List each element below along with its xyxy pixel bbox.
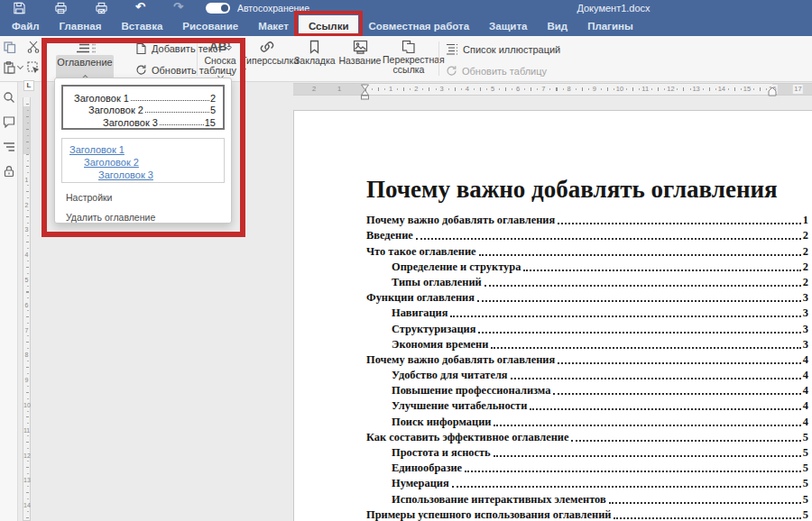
toc-style-option-1[interactable]: Заголовок 12Заголовок 25Заголовок 315 bbox=[61, 85, 225, 130]
toc-entry-text: Типы оглавлений bbox=[392, 276, 482, 289]
document-toc[interactable]: Почему важно добавлять оглавления1Введен… bbox=[366, 212, 808, 521]
toc-entry[interactable]: Функции оглавления3 bbox=[366, 289, 808, 305]
bookmark-button[interactable]: Закладка bbox=[294, 38, 334, 66]
vruler-number: 7 bbox=[23, 326, 30, 333]
toc-entry[interactable]: Типы оглавлений2 bbox=[366, 274, 808, 289]
toc-entry[interactable]: Поиск информации4 bbox=[366, 413, 808, 428]
vertical-ruler: 1234567891011121314 bbox=[23, 97, 31, 521]
toc-style-option-2[interactable]: Заголовок 1Заголовок 2Заголовок 3 bbox=[61, 138, 225, 183]
toc-entry[interactable]: Использование интерактивных элементов5 bbox=[366, 490, 808, 506]
document-heading[interactable]: Почему важно добавлять оглавления bbox=[366, 176, 778, 204]
toc-leader-dots bbox=[523, 270, 800, 271]
cross-reference-label: Перекрестная ссылка bbox=[383, 55, 435, 74]
caption-button[interactable]: Название bbox=[337, 38, 383, 66]
hruler-number: 15 bbox=[743, 85, 752, 94]
print-icon[interactable] bbox=[54, 2, 68, 14]
toc-preview-link[interactable]: Заголовок 1 bbox=[69, 143, 217, 156]
toc-entry-text: Структуризация bbox=[392, 323, 475, 336]
toc-preview-leader bbox=[160, 124, 204, 125]
toc-icon bbox=[56, 38, 114, 55]
hruler-left-margin bbox=[293, 84, 365, 95]
tab-Файл[interactable]: Файл bbox=[2, 15, 50, 36]
protect-icon[interactable] bbox=[3, 165, 15, 178]
redo-icon[interactable]: ↷ bbox=[173, 0, 183, 14]
paste-icon[interactable] bbox=[4, 61, 15, 74]
select-icon[interactable] bbox=[27, 61, 40, 74]
hruler-number: 3 bbox=[439, 85, 445, 94]
copy-icon[interactable] bbox=[4, 41, 16, 53]
vruler-number: 3 bbox=[23, 226, 30, 233]
toc-settings-item[interactable]: Настройки bbox=[55, 183, 231, 203]
figures-list-label: Список иллюстраций bbox=[463, 44, 560, 55]
figures-list-button[interactable]: Список иллюстраций bbox=[446, 43, 560, 55]
toc-entry-text: Функции оглавления bbox=[366, 291, 475, 305]
hruler-number: 4 bbox=[465, 85, 470, 94]
footnote-label: Сноска bbox=[200, 55, 240, 66]
undo-icon[interactable]: ↶ bbox=[135, 0, 145, 14]
comments-icon[interactable] bbox=[3, 115, 15, 128]
toc-preview-link[interactable]: Заголовок 3 bbox=[98, 169, 217, 181]
ribbon: Оглавление Добавить текст Обновить табли… bbox=[0, 36, 812, 82]
hyperlink-button[interactable]: Гиперссылка bbox=[242, 38, 292, 66]
tab-Макет[interactable]: Макет bbox=[248, 15, 299, 36]
autosave-toggle[interactable] bbox=[206, 3, 230, 14]
cut-icon[interactable] bbox=[27, 41, 40, 53]
toc-entry-text: Повышение профессионализма bbox=[392, 384, 550, 398]
toc-entry[interactable]: Как составить эффективное оглавление5 bbox=[366, 429, 808, 444]
navigation-icon[interactable] bbox=[3, 141, 15, 153]
toc-preview-link[interactable]: Заголовок 2 bbox=[84, 156, 217, 169]
tab-Вид[interactable]: Вид bbox=[537, 15, 577, 36]
toc-entry-text: Что такое оглавление bbox=[366, 245, 476, 259]
update-table-icon bbox=[135, 64, 147, 76]
quick-print-icon[interactable] bbox=[95, 2, 108, 14]
autosave-label: Автосохранение bbox=[237, 3, 309, 14]
hruler-number: 11 bbox=[641, 85, 650, 94]
toc-entry-page: 2 bbox=[803, 245, 808, 259]
toc-entry[interactable]: Удобство для читателя4 bbox=[366, 367, 808, 382]
cross-reference-button[interactable]: Перекрестная ссылка bbox=[383, 38, 435, 74]
toc-entry-text: Навигация bbox=[392, 306, 448, 320]
toc-entry[interactable]: Введение2 bbox=[366, 227, 808, 242]
indent-marker-hourglass[interactable] bbox=[360, 84, 370, 101]
toc-entry[interactable]: Определение и структура2 bbox=[366, 259, 808, 274]
tab-Плагины[interactable]: Плагины bbox=[577, 15, 643, 36]
chevron-down-icon[interactable] bbox=[17, 63, 23, 69]
toc-entry-page: 5 bbox=[803, 462, 808, 475]
tab-Совместная работа[interactable]: Совместная работа bbox=[358, 15, 479, 36]
ribbon-separator bbox=[197, 41, 198, 76]
toc-entry[interactable]: Повышение профессионализма4 bbox=[366, 382, 808, 398]
toc-entry[interactable]: Навигация3 bbox=[366, 305, 808, 320]
toc-entry[interactable]: Нумерация5 bbox=[366, 475, 808, 490]
toc-entry[interactable]: Почему важно добавлять оглавления1 bbox=[366, 212, 808, 227]
tab-Вставка[interactable]: Вставка bbox=[111, 15, 172, 36]
toc-entry[interactable]: Структуризация3 bbox=[366, 320, 808, 335]
toc-leader-dots bbox=[465, 471, 801, 472]
toc-entry[interactable]: Примеры успешного использования оглавлен… bbox=[366, 507, 808, 521]
toc-entry[interactable]: Простота и ясность5 bbox=[366, 444, 808, 460]
tab-selector-corner[interactable]: L bbox=[23, 80, 34, 91]
tab-Главная[interactable]: Главная bbox=[50, 15, 112, 36]
left-sidebar bbox=[0, 82, 18, 521]
tab-Рисование[interactable]: Рисование bbox=[172, 15, 248, 36]
toc-preview-page: 2 bbox=[210, 93, 216, 104]
tab-Защита[interactable]: Защита bbox=[479, 15, 537, 36]
tab-Ссылки[interactable]: Ссылки bbox=[299, 15, 359, 36]
save-icon[interactable] bbox=[13, 2, 26, 14]
horizontal-ruler: 211234567891011121314151617 bbox=[293, 83, 812, 96]
vruler-number: 5 bbox=[23, 277, 30, 283]
update-table-icon bbox=[446, 65, 457, 77]
toc-entry[interactable]: Что такое оглавление2 bbox=[366, 242, 808, 258]
toc-remove-item[interactable]: Удалить оглавление bbox=[55, 203, 231, 223]
hruler-number: 13 bbox=[691, 85, 700, 94]
document-page[interactable]: Почему важно добавлять оглавления Почему… bbox=[293, 110, 812, 521]
toc-entry[interactable]: Почему важно добавлять оглавления4 bbox=[366, 352, 808, 367]
toc-entry-page: 3 bbox=[803, 291, 808, 305]
footnote-button[interactable]: АВ¹ Сноска bbox=[200, 38, 240, 82]
toc-entry[interactable]: Экономия времени3 bbox=[366, 336, 808, 352]
toc-entry[interactable]: Единообразие5 bbox=[366, 460, 808, 475]
toc-entry[interactable]: Улучшение читабельности4 bbox=[366, 398, 808, 413]
toc-leader-dots bbox=[553, 393, 800, 395]
search-icon[interactable] bbox=[3, 91, 15, 104]
right-indent-marker[interactable] bbox=[768, 87, 777, 96]
toc-entry-text: Улучшение читабельности bbox=[392, 399, 527, 413]
